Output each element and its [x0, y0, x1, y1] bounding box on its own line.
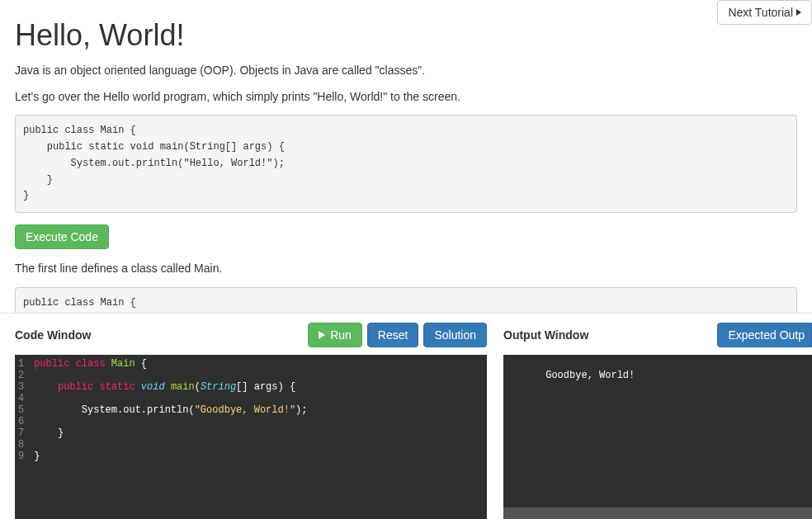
output-window-title: Output Window [503, 328, 588, 342]
code-panel: Code Window Run Reset Solution 1 2 3 4 5… [0, 314, 487, 519]
code-editor[interactable]: 1 2 3 4 5 6 7 8 9 public class Main { pu… [15, 355, 487, 519]
intro-para-2: Let's go over the Hello world program, w… [15, 89, 797, 106]
reset-button[interactable]: Reset [367, 323, 419, 347]
execute-code-button[interactable]: Execute Code [15, 224, 109, 249]
chevron-right-icon [796, 9, 801, 16]
code-window-title: Code Window [15, 328, 91, 342]
tutorial-content: Hello, World! Java is an object oriented… [0, 18, 812, 320]
next-tutorial-label: Next Tutorial [728, 6, 793, 19]
ide-panel: Code Window Run Reset Solution 1 2 3 4 5… [0, 313, 812, 519]
intro-para-1: Java is an object oriented language (OOP… [15, 63, 797, 79]
output-scrollbar[interactable] [503, 507, 812, 519]
code-lines[interactable]: public class Main { public static void m… [29, 355, 312, 519]
code-example-1: public class Main { public static void m… [15, 115, 797, 213]
output-text: Goodbye, World! [545, 370, 635, 381]
next-tutorial-button[interactable]: Next Tutorial [717, 0, 812, 25]
solution-button[interactable]: Solution [423, 323, 487, 347]
line-gutter: 1 2 3 4 5 6 7 8 9 [15, 355, 29, 519]
output-console: Goodbye, World! [503, 355, 812, 519]
intro-para-3: The first line defines a class called Ma… [15, 261, 797, 277]
run-button[interactable]: Run [308, 323, 362, 347]
play-icon [319, 331, 325, 339]
output-panel: Output Window Expected Outp Goodbye, Wor… [487, 314, 812, 519]
expected-output-button[interactable]: Expected Outp [717, 323, 812, 347]
run-label: Run [330, 328, 352, 342]
page-title: Hello, World! [15, 18, 797, 53]
